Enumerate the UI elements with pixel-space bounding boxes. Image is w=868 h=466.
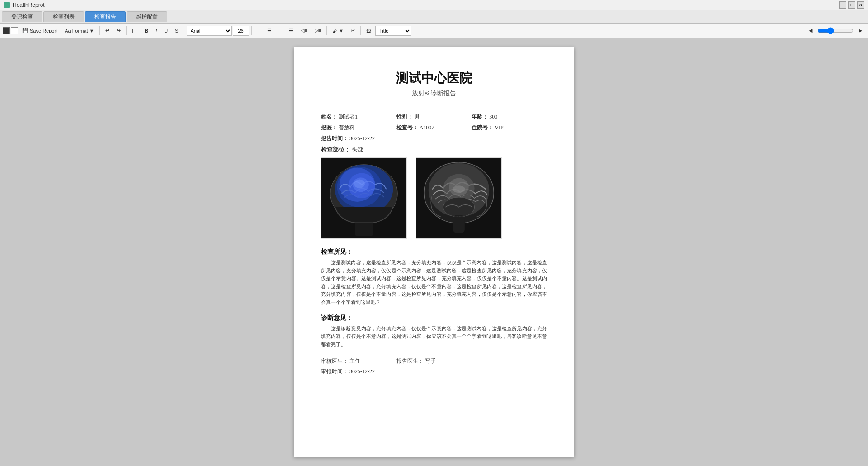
save-icon: 💾 <box>22 28 28 33</box>
findings-text[interactable]: 这是测试内容，这是检查所见内容，充分填充内容，仅仅是个示意内容，这是测试内容，这… <box>321 259 547 307</box>
gender-value: 男 <box>414 114 420 120</box>
redo-button[interactable]: ↪ <box>113 25 124 36</box>
doctor-value: 普放科 <box>339 124 355 131</box>
tab-config[interactable]: 维护配置 <box>127 11 167 22</box>
svg-point-9 <box>354 179 365 188</box>
report-date-label: 审报时间： <box>321 368 348 375</box>
gender-field: 性别： 男 <box>396 111 472 122</box>
patient-name-field: 姓名： 测试者1 <box>321 111 396 122</box>
hospital-name: 测试中心医院 <box>321 70 547 87</box>
reporter-value: 写手 <box>425 358 436 364</box>
tab-records[interactable]: 登记检查 <box>2 11 42 22</box>
brain-svg-colored <box>321 157 406 239</box>
exam-part-value: 头部 <box>352 146 363 153</box>
patient-info-row2: 报医： 普放科 检查号： A1007 住院号： VIP <box>321 122 547 133</box>
align-justify-button[interactable]: ☰ <box>286 25 297 36</box>
minimize-button[interactable]: _ <box>839 1 846 9</box>
diagnosis-text[interactable]: 这是诊断意见内容，充分填充内容，仅仅是个示意内容，这是测试内容，这是检查所见内容… <box>321 325 547 349</box>
format-button[interactable]: Aa Format ▼ <box>61 25 97 36</box>
separator-line-icon: | <box>132 28 133 33</box>
highlight-icon: 🖌 <box>332 28 337 33</box>
font-family-select[interactable]: Arial Times New Roman SimSun <box>187 26 232 36</box>
format-dropdown-icon: ▼ <box>89 28 94 33</box>
exam-no-value: A1007 <box>420 124 434 131</box>
align-left-button[interactable]: ≡ <box>254 25 263 36</box>
doctor-row: 审核医生： 主任 报告医生： 写手 <box>321 357 547 365</box>
window-controls: _ □ ✕ <box>839 1 864 9</box>
zoom-slider[interactable] <box>817 27 854 34</box>
reporter-label: 报告医生： <box>396 358 424 364</box>
maximize-button[interactable]: □ <box>848 1 855 9</box>
reviewer-value: 主任 <box>349 358 360 364</box>
undo-button[interactable]: ↩ <box>102 25 113 36</box>
indent-increase-button[interactable]: ▷≡ <box>311 25 324 36</box>
format-icon: Aa <box>65 28 71 33</box>
exam-no-field: 检查号： A1007 <box>396 122 472 133</box>
save-report-button[interactable]: 💾 Save Report <box>19 25 61 36</box>
patient-info: 姓名： 测试者1 性别： 男 年龄： 300 报医： 普放科 检查号 <box>321 111 547 144</box>
separator-4 <box>184 26 184 35</box>
separator-line-button[interactable]: | <box>129 25 137 36</box>
highlight-button[interactable]: 🖌 ▼ <box>329 25 347 36</box>
patient-name-label: 姓名： <box>321 114 337 120</box>
zoom-controls: ◀ ▶ <box>806 25 865 36</box>
age-field: 年龄： 300 <box>472 111 547 122</box>
underline-button[interactable]: U <box>161 25 171 36</box>
style-select[interactable]: Title Heading 1 Normal <box>375 26 411 36</box>
report-time-label: 报告时间： <box>321 135 348 142</box>
exam-no-label: 检查号： <box>396 124 418 131</box>
hospital-no-value: VIP <box>495 124 503 131</box>
tab-list[interactable]: 检查列表 <box>43 11 84 22</box>
reporter-field: 报告医生： 写手 <box>396 357 436 365</box>
indent-decrease-button[interactable]: ◁≡ <box>297 25 310 36</box>
font-size-input[interactable] <box>233 26 249 36</box>
patient-name-value: 测试者1 <box>339 114 358 120</box>
strikethrough-button[interactable]: S <box>172 25 181 36</box>
report-date-row: 审报时间： 3025-12-22 <box>321 368 547 376</box>
separator-1 <box>99 26 100 35</box>
close-button[interactable]: ✕ <box>857 1 864 9</box>
indent-decrease-icon: ◁≡ <box>301 28 307 33</box>
align-justify-icon: ☰ <box>289 28 293 33</box>
text-color-button[interactable] <box>3 27 10 34</box>
age-label: 年龄： <box>472 114 488 120</box>
patient-info-row1: 姓名： 测试者1 性别： 男 年龄： 300 <box>321 111 547 122</box>
report-time-value: 3025-12-22 <box>349 135 375 142</box>
document-page: 测试中心医院 放射科诊断报告 姓名： 测试者1 性别： 男 年龄： 300 <box>294 47 574 457</box>
strikethrough-icon: S <box>175 28 178 33</box>
image-button[interactable]: 🖼 <box>363 25 374 36</box>
zoom-in-button[interactable]: ▶ <box>855 25 865 36</box>
tab-bar: 登记检查 检查列表 检查报告 维护配置 <box>0 10 868 24</box>
bold-button[interactable]: B <box>142 25 151 36</box>
undo-icon: ↩ <box>105 28 109 33</box>
separator-3 <box>139 26 139 35</box>
app-title: HealthReprot <box>13 2 45 8</box>
main-content-area: 测试中心医院 放射科诊断报告 姓名： 测试者1 性别： 男 年龄： 300 <box>0 38 868 466</box>
align-center-button[interactable]: ☰ <box>264 25 275 36</box>
svg-rect-17 <box>453 215 465 233</box>
findings-title: 检查所见： <box>321 248 547 256</box>
align-center-icon: ☰ <box>267 28 272 33</box>
app-icon <box>4 2 10 8</box>
separator-2 <box>126 26 127 35</box>
svg-point-15 <box>453 185 465 193</box>
tab-report[interactable]: 检查报告 <box>85 11 126 22</box>
exam-part-field: 检查部位： 头部 <box>321 146 547 154</box>
special-char-button[interactable]: ✂ <box>348 25 358 36</box>
separator-5 <box>251 26 252 35</box>
bg-color-button[interactable] <box>11 27 18 34</box>
align-left-icon: ≡ <box>257 28 260 33</box>
align-right-button[interactable]: ≡ <box>276 25 285 36</box>
zoom-out-button[interactable]: ◀ <box>806 25 816 36</box>
brain-image-colored <box>321 157 407 239</box>
image-icon: 🖼 <box>366 28 371 33</box>
reviewer-label: 审核医生： <box>321 358 348 364</box>
report-date-value: 3025-12-22 <box>349 368 375 375</box>
report-subtitle: 放射科诊断报告 <box>321 90 547 98</box>
gender-label: 性别： <box>396 114 413 120</box>
reviewer-field: 审核医生： 主任 <box>321 357 360 365</box>
age-value: 300 <box>489 114 497 120</box>
toolbar: 💾 Save Report Aa Format ▼ ↩ ↪ | B I U S … <box>0 24 868 38</box>
italic-button[interactable]: I <box>152 25 160 36</box>
align-right-icon: ≡ <box>279 28 282 33</box>
